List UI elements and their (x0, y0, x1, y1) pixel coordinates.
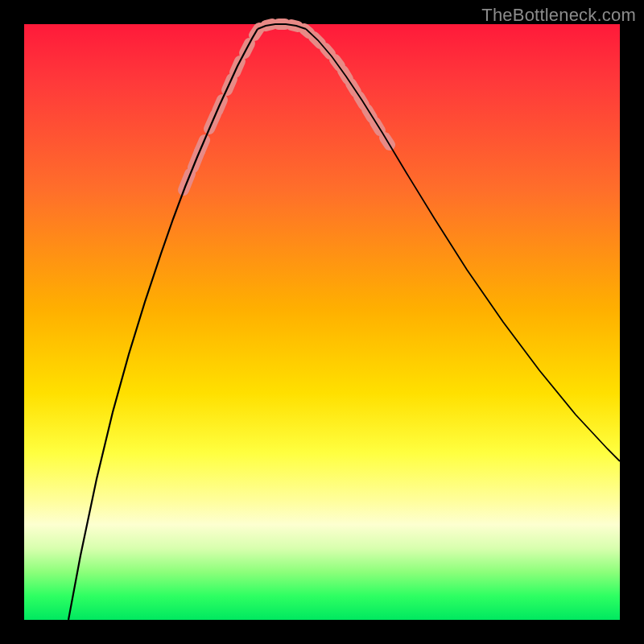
marker-beads (184, 24, 390, 190)
curve-left-branch (68, 29, 258, 620)
watermark-text: TheBottleneck.com (481, 5, 636, 26)
chart-frame: TheBottleneck.com (0, 0, 644, 644)
chart-overlay (24, 24, 620, 620)
